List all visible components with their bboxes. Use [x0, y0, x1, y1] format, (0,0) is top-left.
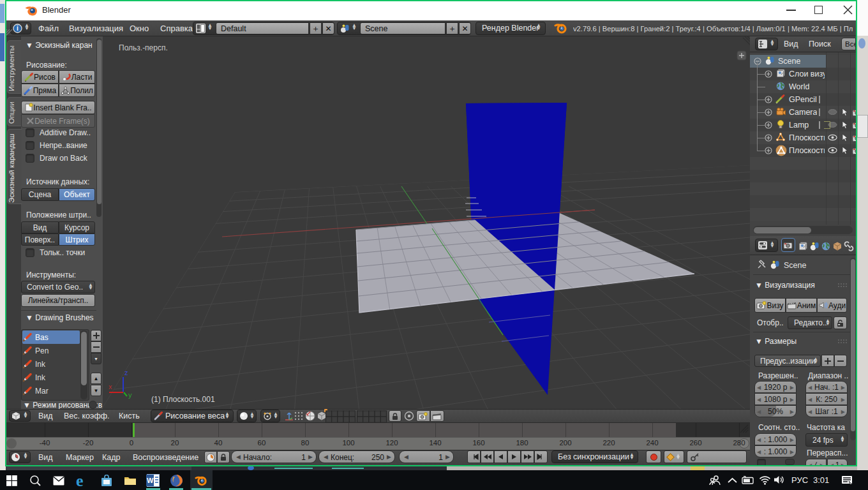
svg-text:x: x: [108, 383, 112, 390]
svg-text:(1) Плоскость.001: (1) Плоскость.001: [151, 395, 215, 404]
svg-text:z: z: [124, 369, 128, 376]
svg-text:i: i: [17, 25, 19, 32]
svg-text:y: y: [128, 391, 132, 399]
svg-text:Польз.-персп.: Польз.-персп.: [119, 43, 168, 52]
